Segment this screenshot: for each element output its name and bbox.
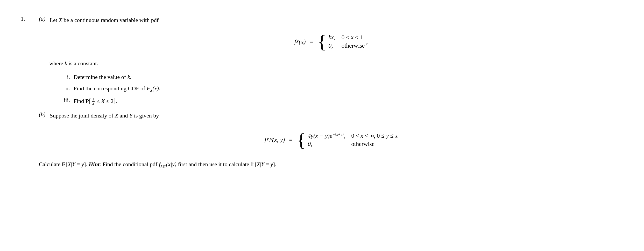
pdf-arg: (x): [299, 38, 306, 45]
cases-table: kx, 0 ≤ x ≤ 1 0, otherwise: [329, 33, 365, 51]
problem-container: 1. (a) Let X be a continuous random vari…: [21, 16, 623, 169]
case-row-2: 0, otherwise: [329, 42, 365, 49]
part-b-label: (b): [39, 111, 46, 118]
joint-case1-cond: 0 < x < ∞, 0 ≤ y ≤ x: [351, 132, 398, 139]
sub-ii-text: Find the corresponding CDF of FX(x).: [74, 84, 160, 93]
joint-case-row-1: 4y(x − y)e−(x+y), 0 < x < ∞, 0 ≤ y ≤ x: [308, 132, 398, 139]
sub-iii-label: iii.: [54, 95, 70, 105]
where-k-text: where k is a constant.: [49, 59, 623, 68]
joint-case-row-2: 0, otherwise: [308, 141, 398, 147]
case1-expr: kx,: [329, 34, 342, 41]
problem-number: 1.: [21, 16, 31, 22]
case1-cond: 0 ≤ x ≤ 1: [342, 34, 365, 41]
sub-i-text: Determine the value of k.: [74, 72, 131, 82]
left-brace: {: [317, 32, 327, 51]
case2-cond: otherwise: [342, 42, 365, 49]
joint-cases-table: 4y(x − y)e−(x+y), 0 < x < ∞, 0 ≤ y ≤ x 0…: [308, 131, 398, 149]
pdf-formula: fX(x) = { kx, 0 ≤ x ≤ 1 0, otherwise: [39, 32, 623, 51]
sub-ii-label: ii.: [54, 84, 70, 93]
formula-trailing-comma: ,: [366, 38, 368, 45]
joint-formula: fX,Y(x, y) = { 4y(x − y)e−(x+y), 0 < x <…: [39, 131, 623, 149]
joint-left-brace: {: [297, 131, 306, 149]
joint-piecewise: { 4y(x − y)e−(x+y), 0 < x < ∞, 0 ≤ y ≤ x…: [297, 131, 398, 149]
sub-part-i: i. Determine the value of k.: [54, 72, 623, 82]
sub-i-label: i.: [54, 72, 70, 82]
case2-expr: 0,: [329, 42, 342, 49]
hint-line: Calculate E[X|Y = y]. Hint: Find the con…: [39, 160, 623, 169]
joint-case2-cond: otherwise: [351, 141, 398, 147]
joint-subscript: X,Y: [266, 138, 272, 142]
case-row-1: kx, 0 ≤ x ≤ 1: [329, 34, 365, 41]
joint-case1-expr: 4y(x − y)e−(x+y),: [308, 132, 351, 139]
part-a-label: (a): [39, 16, 46, 22]
pdf-subscript: X: [296, 39, 299, 44]
sub-parts: i. Determine the value of k. ii. Find th…: [54, 72, 623, 106]
sub-iii-text: Find P[14 ≤ X ≤ 2].: [74, 95, 117, 106]
joint-arg: (x, y): [272, 136, 285, 143]
joint-equals: =: [289, 136, 293, 143]
joint-case2-expr: 0,: [308, 141, 351, 147]
part-b-intro: Suppose the joint density of X and Y is …: [50, 111, 159, 120]
part-a-intro: Let X be a continuous random variable wi…: [50, 16, 159, 25]
sub-part-ii: ii. Find the corresponding CDF of FX(x).: [54, 84, 623, 93]
piecewise-block: { kx, 0 ≤ x ≤ 1 0, otherwise: [317, 32, 365, 51]
pdf-equals: =: [310, 38, 314, 45]
sub-part-iii: iii. Find P[14 ≤ X ≤ 2].: [54, 95, 623, 106]
